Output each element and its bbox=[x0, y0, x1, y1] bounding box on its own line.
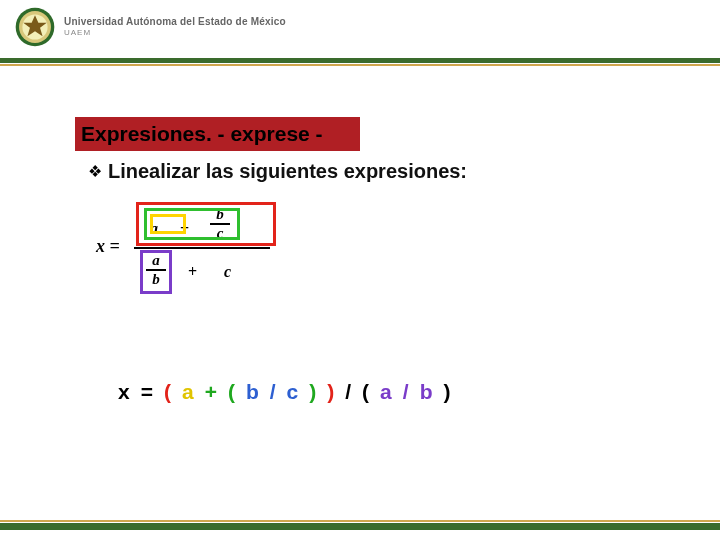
linear-token: / bbox=[345, 380, 352, 404]
linear-token: ( bbox=[228, 380, 236, 404]
diamond-bullet-icon: ❖ bbox=[88, 164, 102, 180]
university-name-block: Universidad Autónoma del Estado de Méxic… bbox=[64, 17, 286, 37]
highlight-box-purple bbox=[140, 250, 172, 294]
linear-token: b bbox=[420, 380, 434, 404]
seal-icon bbox=[14, 6, 56, 48]
linear-token: ) bbox=[309, 380, 317, 404]
linear-token: ) bbox=[327, 380, 335, 404]
section-title: Expresiones. - exprese - bbox=[81, 122, 323, 146]
bullet-line: ❖ Linealizar las siguientes expresiones: bbox=[88, 160, 467, 183]
slide: Universidad Autónoma del Estado de Méxic… bbox=[0, 0, 720, 540]
fraction-bar-main bbox=[134, 247, 270, 249]
formula-lhs: x = bbox=[96, 236, 120, 257]
highlight-box-yellow bbox=[150, 214, 186, 234]
university-acronym: UAEM bbox=[64, 29, 286, 37]
linearized-expression: x=(a+(b/c))/(a/b) bbox=[113, 380, 456, 404]
denominator-c: c bbox=[224, 263, 231, 281]
university-name: Universidad Autónoma del Estado de Méxic… bbox=[64, 17, 286, 27]
header-divider bbox=[0, 58, 720, 68]
linear-token: = bbox=[141, 380, 154, 404]
linear-token: ( bbox=[164, 380, 172, 404]
linear-token: a bbox=[182, 380, 195, 404]
linear-token: x bbox=[118, 380, 131, 404]
formula-block: x = a + b c a b + c bbox=[96, 202, 291, 297]
slide-header: Universidad Autónoma del Estado de Méxic… bbox=[0, 0, 720, 58]
university-logo: Universidad Autónoma del Estado de Méxic… bbox=[14, 6, 286, 48]
linear-token: / bbox=[403, 380, 410, 404]
linear-token: ) bbox=[443, 380, 451, 404]
linear-token: ( bbox=[362, 380, 370, 404]
linear-token: / bbox=[270, 380, 277, 404]
linear-token: a bbox=[380, 380, 393, 404]
bullet-text: Linealizar las siguientes expresiones: bbox=[108, 160, 467, 183]
linear-token: + bbox=[205, 380, 218, 404]
linear-token: b bbox=[246, 380, 260, 404]
footer-divider bbox=[0, 520, 720, 534]
section-title-badge: Expresiones. - exprese - bbox=[75, 117, 360, 151]
denominator-plus: + bbox=[188, 263, 197, 281]
linear-token: c bbox=[287, 380, 300, 404]
